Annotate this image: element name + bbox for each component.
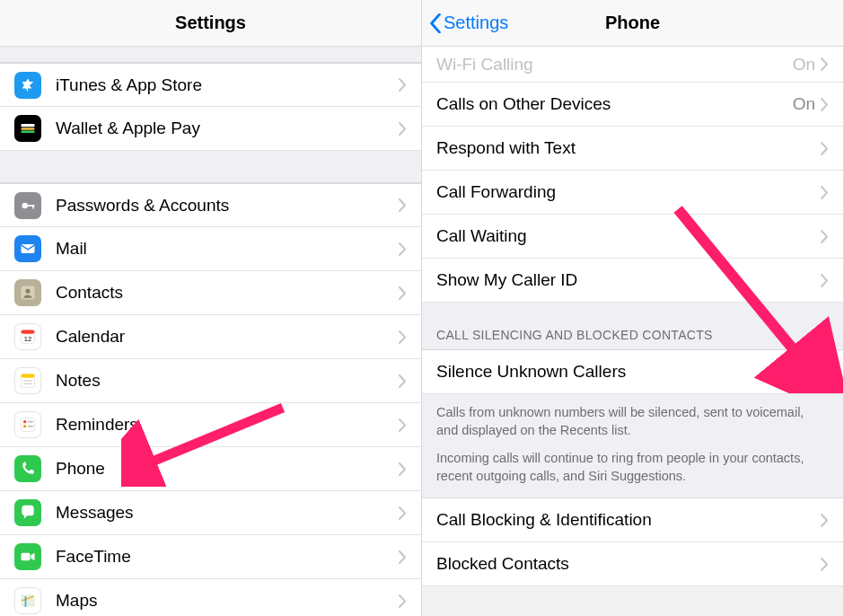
settings-row-contacts[interactable]: Contacts — [0, 271, 421, 315]
chevron-right-icon — [821, 98, 829, 111]
settings-row-wallet[interactable]: Wallet & Apple Pay — [0, 107, 421, 151]
svg-rect-16 — [22, 418, 35, 432]
chevron-right-icon — [399, 122, 407, 136]
chevron-right-icon — [399, 198, 407, 212]
row-label: Blocked Contacts — [436, 554, 821, 574]
svg-rect-5 — [32, 205, 34, 208]
calendar-icon: 12 — [14, 323, 41, 350]
chevron-right-icon — [821, 230, 829, 243]
settings-row-passwords[interactable]: Passwords & Accounts — [0, 183, 421, 227]
chevron-right-icon — [399, 550, 407, 564]
svg-point-18 — [23, 425, 26, 427]
row-value: On — [793, 94, 815, 114]
settings-title: Settings — [175, 13, 246, 33]
phone-row-other-devices[interactable]: Calls on Other Devices On — [422, 83, 843, 127]
chevron-right-icon — [821, 142, 829, 155]
phone-row-call-waiting[interactable]: Call Waiting — [422, 215, 843, 259]
wallet-icon — [14, 115, 41, 142]
chevron-right-icon — [399, 286, 407, 300]
row-label: Wallet & Apple Pay — [56, 119, 399, 138]
chevron-right-icon — [821, 57, 829, 71]
phone-row-blocked-contacts[interactable]: Blocked Contacts — [422, 542, 843, 586]
row-label: Wi-Fi Calling — [436, 55, 793, 75]
row-label: Messages — [56, 503, 399, 523]
row-label: Respond with Text — [436, 138, 821, 158]
chevron-right-icon — [399, 78, 407, 92]
svg-point-3 — [22, 202, 28, 208]
phone-row-respond-text[interactable]: Respond with Text — [422, 127, 843, 171]
itunes-icon — [14, 72, 41, 99]
messages-icon — [14, 499, 41, 526]
contacts-icon — [14, 279, 41, 306]
row-label: Passwords & Accounts — [56, 196, 399, 216]
svg-point-8 — [26, 289, 31, 294]
chevron-right-icon — [821, 186, 829, 199]
row-label: Show My Caller ID — [436, 270, 821, 290]
back-button[interactable]: Settings — [429, 13, 508, 33]
svg-rect-6 — [22, 244, 35, 253]
group-gap — [0, 47, 421, 63]
settings-row-phone[interactable]: Phone — [0, 447, 421, 491]
settings-row-itunes[interactable]: iTunes & App Store — [0, 63, 421, 107]
chevron-right-icon — [821, 558, 829, 571]
notes-icon — [14, 367, 41, 394]
chevron-right-icon — [399, 594, 407, 608]
phone-icon — [14, 455, 41, 482]
chevron-right-icon — [399, 462, 407, 476]
svg-rect-0 — [22, 124, 35, 127]
phone-pane: Settings Phone Wi-Fi Calling On Calls on… — [422, 0, 844, 616]
phone-title: Phone — [605, 13, 660, 33]
row-label: Mail — [56, 239, 399, 259]
svg-text:12: 12 — [24, 335, 31, 343]
phone-row-wifi-calling[interactable]: Wi-Fi Calling On — [422, 47, 843, 83]
row-silence-unknown[interactable]: Silence Unknown Callers — [422, 350, 843, 394]
settings-row-mail[interactable]: Mail — [0, 227, 421, 271]
group-gap — [0, 151, 421, 183]
maps-icon — [14, 587, 41, 614]
settings-row-maps[interactable]: Maps — [0, 579, 421, 616]
toggle-knob — [784, 359, 809, 384]
passwords-icon — [14, 192, 41, 219]
phone-row-caller-id[interactable]: Show My Caller ID — [422, 259, 843, 303]
row-label: Calendar — [56, 327, 399, 347]
toggle-silence-unknown[interactable] — [782, 357, 829, 386]
row-label: Calls on Other Devices — [436, 94, 793, 114]
row-label: Silence Unknown Callers — [436, 362, 782, 382]
settings-pane: Settings iTunes & App Store Wallet & App… — [0, 0, 422, 616]
row-label: Notes — [56, 371, 399, 391]
chevron-left-icon — [429, 13, 442, 33]
phone-row-call-blocking[interactable]: Call Blocking & Identification — [422, 498, 843, 542]
settings-navbar: Settings — [0, 0, 421, 47]
phone-row-call-forwarding[interactable]: Call Forwarding — [422, 171, 843, 215]
svg-rect-21 — [22, 553, 31, 560]
reminders-icon — [14, 411, 41, 438]
row-label: Phone — [56, 459, 399, 479]
row-label: Call Waiting — [436, 226, 821, 246]
chevron-right-icon — [399, 374, 407, 388]
settings-row-messages[interactable]: Messages — [0, 491, 421, 535]
facetime-icon — [14, 543, 41, 570]
svg-rect-1 — [22, 128, 35, 130]
row-label: iTunes & App Store — [56, 75, 399, 95]
phone-navbar: Settings Phone — [422, 0, 843, 47]
chevron-right-icon — [821, 514, 829, 527]
section-header-silencing: CALL SILENCING AND BLOCKED CONTACTS — [422, 303, 843, 350]
chevron-right-icon — [399, 418, 407, 432]
settings-row-reminders[interactable]: Reminders — [0, 403, 421, 447]
row-label: Contacts — [56, 283, 399, 303]
svg-point-17 — [23, 420, 26, 423]
chevron-right-icon — [821, 274, 829, 287]
row-label: Call Blocking & Identification — [436, 510, 821, 530]
row-label: FaceTime — [56, 547, 399, 567]
chevron-right-icon — [399, 242, 407, 256]
mail-icon — [14, 235, 41, 262]
settings-row-notes[interactable]: Notes — [0, 359, 421, 403]
svg-rect-2 — [22, 131, 35, 134]
row-label: Reminders — [56, 415, 399, 435]
svg-rect-10 — [22, 330, 35, 334]
settings-row-calendar[interactable]: 12 Calendar — [0, 315, 421, 359]
settings-row-facetime[interactable]: FaceTime — [0, 535, 421, 579]
row-label: Call Forwarding — [436, 182, 821, 202]
row-value: On — [793, 55, 815, 75]
chevron-right-icon — [399, 330, 407, 344]
